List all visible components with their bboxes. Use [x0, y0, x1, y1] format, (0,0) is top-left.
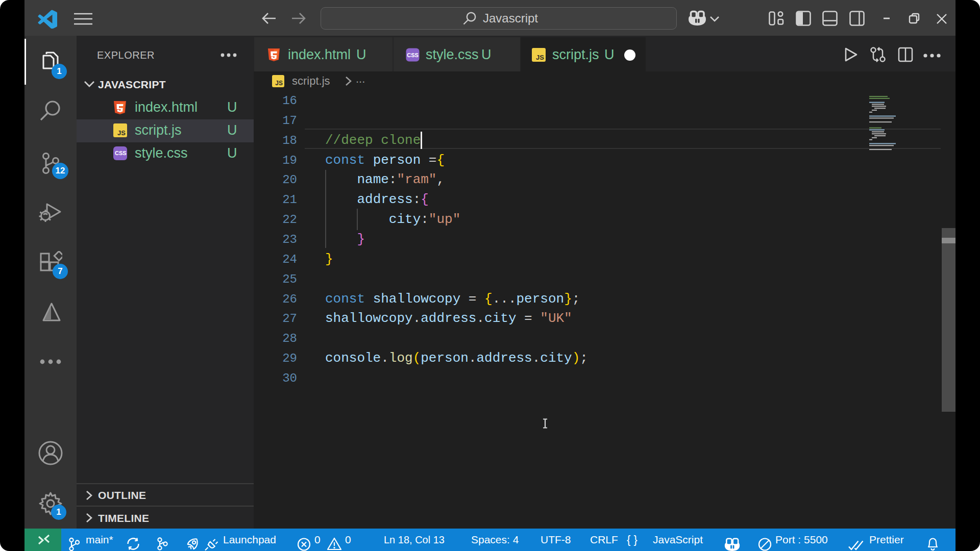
- svg-text:CSS: CSS: [407, 52, 419, 58]
